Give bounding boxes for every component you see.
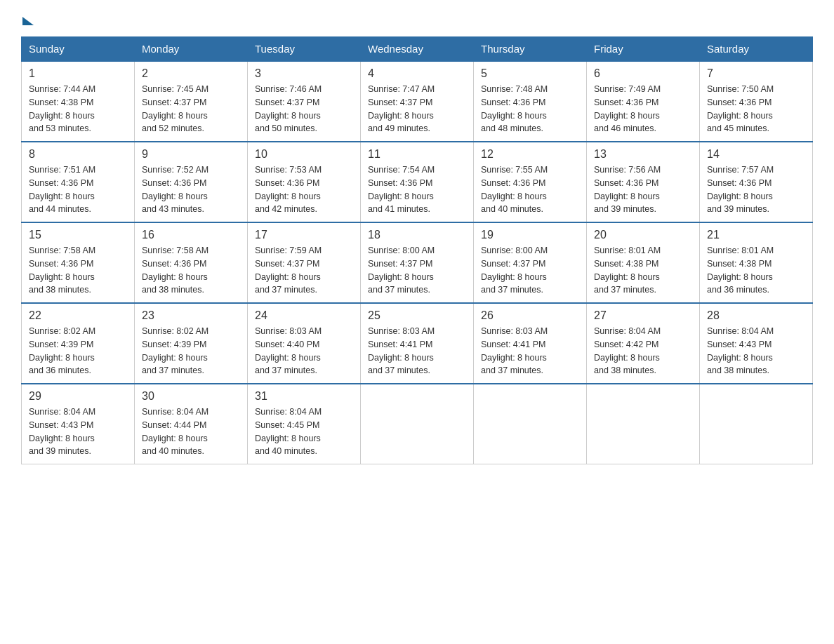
calendar-cell: 21 Sunrise: 8:01 AMSunset: 4:38 PMDaylig… — [700, 222, 813, 303]
day-info: Sunrise: 7:53 AMSunset: 4:36 PMDaylight:… — [255, 165, 322, 214]
day-info: Sunrise: 8:03 AMSunset: 4:40 PMDaylight:… — [255, 326, 322, 375]
day-info: Sunrise: 8:00 AMSunset: 4:37 PMDaylight:… — [481, 246, 548, 295]
calendar-cell: 13 Sunrise: 7:56 AMSunset: 4:36 PMDaylig… — [587, 142, 700, 222]
day-info: Sunrise: 7:44 AMSunset: 4:38 PMDaylight:… — [29, 84, 95, 133]
calendar-cell: 4 Sunrise: 7:47 AMSunset: 4:37 PMDayligh… — [361, 61, 474, 142]
calendar-week-row: 8 Sunrise: 7:51 AMSunset: 4:36 PMDayligh… — [22, 142, 813, 222]
calendar-cell: 3 Sunrise: 7:46 AMSunset: 4:37 PMDayligh… — [248, 61, 361, 142]
day-info: Sunrise: 7:59 AMSunset: 4:37 PMDaylight:… — [255, 246, 322, 295]
calendar-cell: 17 Sunrise: 7:59 AMSunset: 4:37 PMDaylig… — [248, 222, 361, 303]
calendar-cell — [700, 384, 813, 464]
day-number: 3 — [255, 67, 353, 80]
day-number: 11 — [368, 148, 466, 161]
day-info: Sunrise: 8:04 AMSunset: 4:43 PMDaylight:… — [29, 407, 95, 456]
day-number: 16 — [142, 229, 240, 241]
day-info: Sunrise: 8:04 AMSunset: 4:42 PMDaylight:… — [594, 326, 661, 375]
page-header — [21, 14, 813, 22]
day-info: Sunrise: 7:58 AMSunset: 4:36 PMDaylight:… — [142, 246, 208, 295]
weekday-header-wednesday: Wednesday — [361, 37, 474, 62]
day-number: 22 — [29, 309, 127, 322]
day-number: 29 — [29, 390, 127, 403]
calendar-cell: 2 Sunrise: 7:45 AMSunset: 4:37 PMDayligh… — [135, 61, 248, 142]
day-info: Sunrise: 7:45 AMSunset: 4:37 PMDaylight:… — [142, 84, 208, 133]
day-number: 26 — [481, 309, 579, 322]
day-number: 17 — [255, 229, 353, 241]
day-number: 1 — [29, 67, 127, 80]
calendar-cell: 7 Sunrise: 7:50 AMSunset: 4:36 PMDayligh… — [700, 61, 813, 142]
day-info: Sunrise: 8:04 AMSunset: 4:44 PMDaylight:… — [142, 407, 208, 456]
day-number: 21 — [707, 229, 805, 241]
day-info: Sunrise: 7:50 AMSunset: 4:36 PMDaylight:… — [707, 84, 774, 133]
calendar-cell: 28 Sunrise: 8:04 AMSunset: 4:43 PMDaylig… — [700, 303, 813, 384]
calendar-cell: 5 Sunrise: 7:48 AMSunset: 4:36 PMDayligh… — [474, 61, 587, 142]
day-number: 31 — [255, 390, 353, 403]
weekday-header-tuesday: Tuesday — [248, 37, 361, 62]
day-number: 12 — [481, 148, 579, 161]
day-info: Sunrise: 8:00 AMSunset: 4:37 PMDaylight:… — [368, 246, 435, 295]
day-info: Sunrise: 8:04 AMSunset: 4:45 PMDaylight:… — [255, 407, 322, 456]
day-info: Sunrise: 8:03 AMSunset: 4:41 PMDaylight:… — [368, 326, 435, 375]
calendar-cell: 23 Sunrise: 8:02 AMSunset: 4:39 PMDaylig… — [135, 303, 248, 384]
day-number: 20 — [594, 229, 692, 241]
day-number: 9 — [142, 148, 240, 161]
day-info: Sunrise: 8:03 AMSunset: 4:41 PMDaylight:… — [481, 326, 548, 375]
calendar-cell: 19 Sunrise: 8:00 AMSunset: 4:37 PMDaylig… — [474, 222, 587, 303]
calendar-cell: 20 Sunrise: 8:01 AMSunset: 4:38 PMDaylig… — [587, 222, 700, 303]
day-number: 14 — [707, 148, 805, 161]
day-info: Sunrise: 7:54 AMSunset: 4:36 PMDaylight:… — [368, 165, 435, 214]
day-info: Sunrise: 7:51 AMSunset: 4:36 PMDaylight:… — [29, 165, 95, 214]
calendar-cell: 22 Sunrise: 8:02 AMSunset: 4:39 PMDaylig… — [22, 303, 135, 384]
day-number: 30 — [142, 390, 240, 403]
calendar-cell: 25 Sunrise: 8:03 AMSunset: 4:41 PMDaylig… — [361, 303, 474, 384]
day-info: Sunrise: 8:04 AMSunset: 4:43 PMDaylight:… — [707, 326, 774, 375]
calendar-cell — [361, 384, 474, 464]
day-info: Sunrise: 7:57 AMSunset: 4:36 PMDaylight:… — [707, 165, 774, 214]
day-number: 6 — [594, 67, 692, 80]
day-info: Sunrise: 8:02 AMSunset: 4:39 PMDaylight:… — [142, 326, 208, 375]
day-number: 24 — [255, 309, 353, 322]
day-number: 25 — [368, 309, 466, 322]
day-info: Sunrise: 7:46 AMSunset: 4:37 PMDaylight:… — [255, 84, 322, 133]
day-number: 27 — [594, 309, 692, 322]
day-number: 15 — [29, 229, 127, 241]
day-number: 19 — [481, 229, 579, 241]
day-info: Sunrise: 8:01 AMSunset: 4:38 PMDaylight:… — [594, 246, 661, 295]
calendar-week-row: 29 Sunrise: 8:04 AMSunset: 4:43 PMDaylig… — [22, 384, 813, 464]
day-number: 5 — [481, 67, 579, 80]
day-number: 7 — [707, 67, 805, 80]
weekday-header-sunday: Sunday — [22, 37, 135, 62]
calendar-week-row: 15 Sunrise: 7:58 AMSunset: 4:36 PMDaylig… — [22, 222, 813, 303]
logo — [21, 14, 34, 22]
calendar-cell: 6 Sunrise: 7:49 AMSunset: 4:36 PMDayligh… — [587, 61, 700, 142]
calendar-cell: 1 Sunrise: 7:44 AMSunset: 4:38 PMDayligh… — [22, 61, 135, 142]
calendar-cell: 15 Sunrise: 7:58 AMSunset: 4:36 PMDaylig… — [22, 222, 135, 303]
calendar-cell: 24 Sunrise: 8:03 AMSunset: 4:40 PMDaylig… — [248, 303, 361, 384]
day-info: Sunrise: 7:56 AMSunset: 4:36 PMDaylight:… — [594, 165, 661, 214]
calendar-cell: 29 Sunrise: 8:04 AMSunset: 4:43 PMDaylig… — [22, 384, 135, 464]
weekday-header-monday: Monday — [135, 37, 248, 62]
calendar-week-row: 1 Sunrise: 7:44 AMSunset: 4:38 PMDayligh… — [22, 61, 813, 142]
calendar-cell: 27 Sunrise: 8:04 AMSunset: 4:42 PMDaylig… — [587, 303, 700, 384]
calendar-header-row: SundayMondayTuesdayWednesdayThursdayFrid… — [22, 37, 813, 62]
day-info: Sunrise: 7:47 AMSunset: 4:37 PMDaylight:… — [368, 84, 435, 133]
day-number: 28 — [707, 309, 805, 322]
day-info: Sunrise: 8:01 AMSunset: 4:38 PMDaylight:… — [707, 246, 774, 295]
day-info: Sunrise: 7:49 AMSunset: 4:36 PMDaylight:… — [594, 84, 661, 133]
calendar-cell — [474, 384, 587, 464]
calendar-week-row: 22 Sunrise: 8:02 AMSunset: 4:39 PMDaylig… — [22, 303, 813, 384]
calendar-cell — [587, 384, 700, 464]
day-number: 23 — [142, 309, 240, 322]
calendar-cell: 31 Sunrise: 8:04 AMSunset: 4:45 PMDaylig… — [248, 384, 361, 464]
calendar-cell: 10 Sunrise: 7:53 AMSunset: 4:36 PMDaylig… — [248, 142, 361, 222]
calendar-cell: 30 Sunrise: 8:04 AMSunset: 4:44 PMDaylig… — [135, 384, 248, 464]
day-number: 8 — [29, 148, 127, 161]
weekday-header-friday: Friday — [587, 37, 700, 62]
calendar-cell: 9 Sunrise: 7:52 AMSunset: 4:36 PMDayligh… — [135, 142, 248, 222]
weekday-header-thursday: Thursday — [474, 37, 587, 62]
calendar-table: SundayMondayTuesdayWednesdayThursdayFrid… — [21, 36, 813, 464]
calendar-cell: 26 Sunrise: 8:03 AMSunset: 4:41 PMDaylig… — [474, 303, 587, 384]
logo-arrow-icon — [22, 17, 34, 25]
day-number: 10 — [255, 148, 353, 161]
day-info: Sunrise: 7:52 AMSunset: 4:36 PMDaylight:… — [142, 165, 208, 214]
calendar-cell: 14 Sunrise: 7:57 AMSunset: 4:36 PMDaylig… — [700, 142, 813, 222]
